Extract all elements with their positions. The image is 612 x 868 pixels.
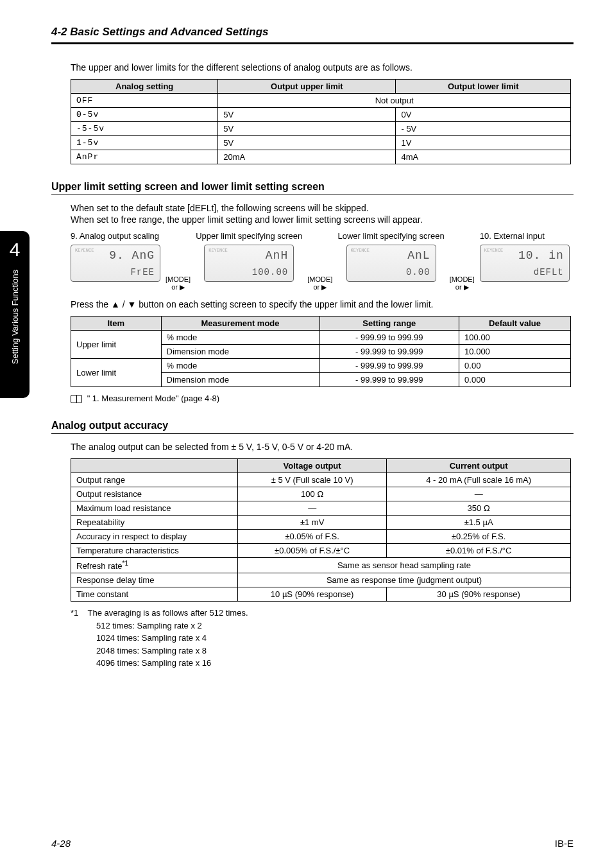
cell-setting: AnPr — [71, 150, 218, 164]
screen-small: 100.00 — [252, 267, 288, 277]
footnote-block: *1 The averaging is as follows after 512… — [71, 607, 574, 670]
cell-range: - 999.99 to 999.99 — [319, 359, 459, 373]
screen-brand: KEYENCE — [351, 248, 370, 253]
cell-upper: 20mA — [218, 150, 396, 164]
section-title: 4-2 Basic Settings and Advanced Settings — [51, 26, 574, 44]
arrow-or: or ▶ — [313, 283, 327, 291]
reference-link: " 1. Measurement Mode" (page 4-8) — [71, 394, 574, 403]
table-row: Time constant 10 µS (90% response) 30 µS… — [71, 587, 571, 602]
th-current: Current output — [387, 459, 571, 473]
table-row: 1-5v 5V 1V — [71, 136, 571, 150]
screen-upper-limit: Upper limit specifying screen KEYENCE An… — [196, 231, 302, 282]
cell-upper: 5V — [218, 122, 396, 136]
page-number: 4-28 — [51, 838, 71, 849]
th-item: Item — [71, 317, 162, 331]
th-upper-limit: Output upper limit — [218, 80, 396, 94]
arrow: [MODE] or ▶ — [450, 231, 475, 295]
th-voltage: Voltage output — [238, 459, 387, 473]
subheading-upper-lower: Upper limit setting screen and lower lim… — [51, 181, 574, 195]
th-analog-setting: Analog setting — [71, 80, 218, 94]
side-tab: 4 Setting Various Functions — [0, 231, 30, 398]
footnote-text: The averaging is as follows after 512 ti… — [88, 608, 248, 618]
cell-label: Refresh rate*1 — [71, 558, 238, 573]
cell-lower: 0V — [396, 108, 571, 122]
arrow: [MODE] or ▶ — [307, 231, 332, 295]
th-range: Setting range — [319, 317, 459, 331]
table-row: Accuracy in respect to display ±0.05% of… — [71, 530, 571, 544]
cell-range: - 99.999 to 99.999 — [319, 345, 459, 359]
th-lower-limit: Output lower limit — [396, 80, 571, 94]
cell-label: Response delay time — [71, 573, 238, 587]
table-row: -5-5v 5V - 5V — [71, 122, 571, 136]
screen-external-input: 10. External input KEYENCE 10. in dEFLt — [480, 231, 570, 282]
table-row: Output range ± 5 V (Full scale 10 V) 4 -… — [71, 473, 571, 487]
arrow-or: or ▶ — [455, 283, 469, 291]
screen-small: 0.00 — [406, 267, 430, 277]
cell-merged: Same as response time (judgment output) — [238, 573, 571, 587]
cell-setting: 1-5v — [71, 136, 218, 150]
table-row: Repeatability ±1 mV ±1.5 µA — [71, 516, 571, 530]
screen-brand: KEYENCE — [75, 248, 94, 253]
cell-item: Upper limit — [71, 331, 162, 359]
cell-label-sup: *1 — [123, 560, 128, 567]
screen-box: KEYENCE 10. in dEFLt — [480, 245, 570, 282]
screen-box: KEYENCE AnL 0.00 — [346, 245, 436, 282]
cell-current: ±0.01% of F.S./°C — [387, 544, 571, 558]
th-blank — [71, 459, 238, 473]
cell-range: - 999.99 to 999.99 — [319, 331, 459, 345]
press-arrow-text: Press the ▲ / ▼ button on each setting s… — [71, 299, 574, 309]
arrow-or: or ▶ — [171, 283, 185, 291]
screen-big: 9. AnG — [109, 249, 155, 262]
table-row: Maximum load resistance — 350 Ω — [71, 501, 571, 516]
cell-current: — — [387, 487, 571, 501]
subheading-accuracy: Analog output accuracy — [51, 420, 574, 434]
screen-flow: 9. Analog output scaling KEYENCE 9. AnG … — [71, 231, 574, 295]
default-state-text: When set to the default state [dEFLt], t… — [71, 203, 574, 213]
cell-label: Time constant — [71, 587, 238, 602]
cell-upper: 5V — [218, 136, 396, 150]
cell-label: Output range — [71, 473, 238, 487]
table-row: 0-5v 5V 0V — [71, 108, 571, 122]
cell-upper: 5V — [218, 108, 396, 122]
arrow-mode: [MODE] — [307, 275, 332, 283]
cell-current: ±1.5 µA — [387, 516, 571, 530]
cell-merged: Same as sensor head sampling rate — [238, 558, 571, 573]
screen-brand: KEYENCE — [208, 248, 227, 253]
cell-current: 4 - 20 mA (Full scale 16 mA) — [387, 473, 571, 487]
book-icon — [71, 395, 82, 403]
screen-label: 9. Analog output scaling — [71, 231, 160, 242]
screen-lower-limit: Lower limit specifying screen KEYENCE An… — [337, 231, 444, 282]
page-footer: 4-28 IB-E — [51, 838, 574, 849]
cell-current: ±0.25% of F.S. — [387, 530, 571, 544]
cell-voltage: — — [238, 501, 387, 516]
screen-big: AnL — [407, 249, 430, 262]
screen-analog-scaling: 9. Analog output scaling KEYENCE 9. AnG … — [71, 231, 160, 282]
screen-big: 10. in — [518, 249, 564, 262]
cell-label: Temperature characteristics — [71, 544, 238, 558]
cell-voltage: ±1 mV — [238, 516, 387, 530]
cell-mode: % mode — [161, 331, 319, 345]
side-tab-text: Setting Various Functions — [10, 270, 20, 364]
footnote-line: 512 times: Sampling rate x 2 — [96, 620, 574, 632]
table-row: AnPr 20mA 4mA — [71, 150, 571, 164]
accuracy-intro: The analog output can be selected from ±… — [71, 442, 574, 452]
cell-range: - 99.999 to 99.999 — [319, 373, 459, 387]
screen-label: 10. External input — [480, 231, 570, 242]
cell-current: 350 Ω — [387, 501, 571, 516]
cell-default: 0.000 — [459, 373, 571, 387]
analog-outputs-table: Analog setting Output upper limit Output… — [71, 79, 571, 164]
cell-not-output: Not output — [218, 94, 571, 108]
footnote-line: 4096 times: Sampling rate x 16 — [96, 657, 574, 670]
cell-default: 10.000 — [459, 345, 571, 359]
cell-voltage: 100 Ω — [238, 487, 387, 501]
cell-mode: Dimension mode — [161, 373, 319, 387]
cell-voltage: ±0.005% of F.S./±°C — [238, 544, 387, 558]
screen-box: KEYENCE 9. AnG FrEE — [71, 245, 160, 282]
th-mode: Measurement mode — [161, 317, 319, 331]
table-row: OFF Not output — [71, 94, 571, 108]
side-tab-number: 4 — [10, 239, 21, 261]
screen-small: FrEE — [130, 267, 155, 277]
screen-big: AnH — [266, 249, 288, 262]
cell-setting: 0-5v — [71, 108, 218, 122]
arrow-mode: [MODE] — [450, 275, 475, 283]
